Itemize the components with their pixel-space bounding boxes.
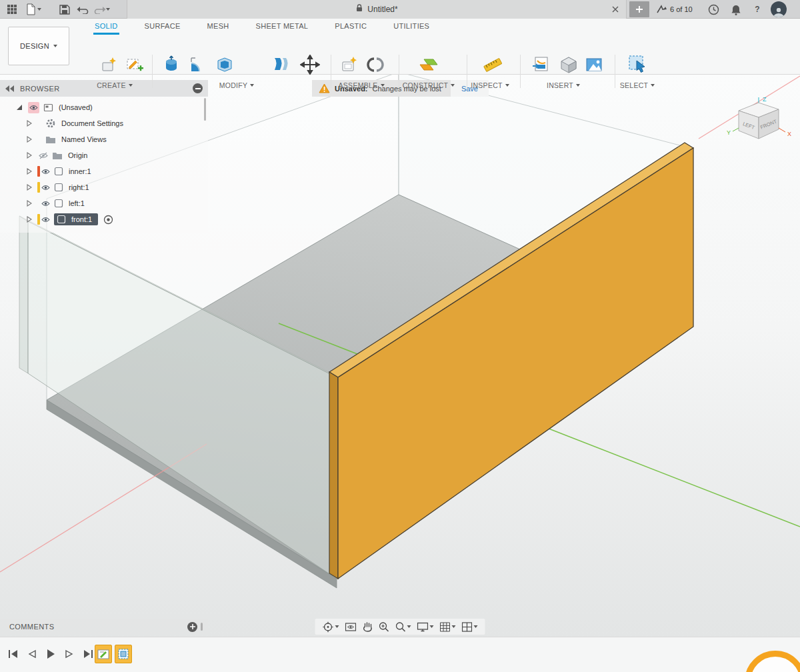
expander-collapsed-icon[interactable] (27, 136, 32, 143)
folder-icon (52, 151, 63, 160)
browser-row-inner[interactable]: inner:1 (0, 163, 208, 179)
ribbon-separator (399, 55, 399, 88)
ribbon-separator (152, 55, 153, 88)
create-group[interactable]: CREATE (87, 80, 143, 91)
measure-icon[interactable] (481, 53, 504, 76)
browser-row-front[interactable]: front:1 (0, 211, 208, 227)
tab-mesh[interactable]: MESH (206, 19, 231, 35)
job-status-icon (656, 5, 667, 14)
expander-collapsed-icon[interactable] (27, 168, 32, 175)
zoom-options-icon[interactable] (393, 619, 413, 635)
job-counter: 6 of 10 (670, 5, 693, 13)
canvas-image-icon[interactable] (583, 53, 605, 76)
expander-collapsed-icon[interactable] (27, 200, 32, 207)
tab-utilities[interactable]: UTILITIES (392, 19, 431, 35)
fillet-icon[interactable] (187, 53, 209, 76)
select-group[interactable]: SELECT (609, 80, 665, 91)
activate-component-radio[interactable] (103, 215, 113, 225)
insert-svg-icon[interactable] (529, 53, 552, 76)
app-grid-icon[interactable] (4, 2, 20, 17)
select-icon[interactable] (627, 53, 649, 76)
play-icon[interactable] (44, 646, 57, 662)
viewport-canvas[interactable]: Unsaved: Changes may be lost Save BROWSE… (0, 75, 800, 637)
tab-sheet-metal[interactable]: SHEET METAL (255, 19, 310, 35)
undo-icon[interactable] (75, 2, 91, 17)
tab-surface[interactable]: SURFACE (143, 19, 182, 35)
visibility-eye-icon[interactable] (28, 102, 39, 113)
expander-collapsed-icon[interactable] (27, 120, 32, 127)
skip-to-end-icon[interactable] (81, 646, 95, 662)
expander-collapsed-icon[interactable] (27, 152, 32, 159)
visibility-eye-icon[interactable] (41, 169, 50, 175)
file-menu-caret[interactable] (36, 2, 43, 17)
skip-to-start-icon[interactable] (7, 646, 20, 662)
timeline-feature-sketch-2[interactable] (115, 645, 132, 663)
visibility-off-eye-icon[interactable] (39, 152, 48, 159)
help-icon[interactable] (749, 2, 765, 17)
tab-solid[interactable]: SOLID (93, 19, 119, 35)
move-icon[interactable] (299, 53, 321, 76)
lock-icon (355, 3, 363, 15)
tab-plastic[interactable]: PLASTIC (333, 19, 368, 35)
component-color-marker (37, 198, 40, 209)
offset-face-icon[interactable] (269, 53, 292, 76)
press-pull-icon[interactable] (160, 53, 183, 76)
expander-collapsed-icon[interactable] (27, 184, 32, 191)
construct-plane-icon[interactable] (417, 53, 440, 76)
browser-scrollbar[interactable] (204, 98, 206, 121)
browser-row-named-views[interactable]: Named Views (0, 131, 208, 147)
grid-settings-icon[interactable] (438, 619, 458, 635)
new-body-icon[interactable] (97, 53, 120, 76)
visibility-eye-icon[interactable] (41, 185, 50, 191)
pan-icon[interactable] (361, 619, 375, 635)
display-settings-icon[interactable] (415, 619, 436, 635)
step-forward-icon[interactable] (63, 646, 76, 662)
job-status[interactable]: 6 of 10 (656, 0, 693, 19)
expander-collapsed-icon[interactable] (27, 216, 32, 223)
save-icon[interactable] (56, 2, 72, 17)
minimize-browser-icon[interactable] (193, 83, 203, 93)
browser-row-document-settings[interactable]: Document Settings (0, 115, 208, 131)
expand-comments-icon[interactable] (187, 622, 197, 632)
browser-row-left[interactable]: left:1 (0, 195, 208, 211)
row-label: right:1 (69, 183, 89, 191)
expander-expanded-icon[interactable] (16, 104, 23, 111)
redo-caret[interactable] (105, 2, 111, 17)
notification-bell-icon[interactable] (728, 2, 744, 17)
step-back-icon[interactable] (25, 646, 39, 662)
browser-row-right[interactable]: right:1 (0, 179, 208, 195)
timeline-feature-sketch-1[interactable] (95, 645, 112, 663)
close-tab-icon[interactable] (610, 4, 621, 15)
assemble-group[interactable]: ASSEMBLE (333, 80, 389, 91)
construct-group[interactable]: CONSTRUCT (401, 80, 457, 91)
visibility-eye-icon[interactable] (41, 217, 50, 223)
viewports-icon[interactable] (460, 619, 480, 635)
ribbon-separator (331, 55, 331, 88)
insert-mesh-icon[interactable] (557, 53, 580, 76)
browser-row-origin[interactable]: Origin (0, 147, 208, 163)
document-tab[interactable]: Untitled* (127, 0, 627, 19)
new-component-icon[interactable] (337, 53, 360, 76)
zoom-icon[interactable] (377, 619, 391, 635)
insert-group[interactable]: INSERT (535, 80, 591, 91)
selected-row-highlight[interactable]: front:1 (54, 213, 98, 225)
orbit-icon[interactable] (321, 619, 341, 635)
modify-group[interactable]: MODIFY (209, 80, 265, 91)
workspace-label: DESIGN (20, 42, 49, 50)
clock-icon[interactable] (705, 2, 721, 17)
shell-icon[interactable] (213, 53, 236, 76)
new-tab-button[interactable] (629, 1, 649, 17)
collapse-panel-icon[interactable] (5, 85, 15, 92)
visibility-eye-icon[interactable] (41, 201, 50, 207)
avatar[interactable] (771, 1, 787, 17)
comments-panel[interactable]: COMMENTS (0, 619, 208, 635)
comments-title: COMMENTS (9, 623, 187, 631)
workspace-selector[interactable]: DESIGN (8, 27, 69, 65)
look-at-icon[interactable] (343, 619, 359, 635)
create-sketch-icon[interactable] (123, 53, 145, 76)
joint-icon[interactable] (364, 53, 387, 76)
row-label: front:1 (71, 215, 92, 223)
browser-row-root[interactable]: (Unsaved) (0, 99, 208, 115)
inspect-group[interactable]: INSPECT (462, 80, 518, 91)
view-cube[interactable]: LEFT FRONT Z Y X (719, 95, 797, 156)
